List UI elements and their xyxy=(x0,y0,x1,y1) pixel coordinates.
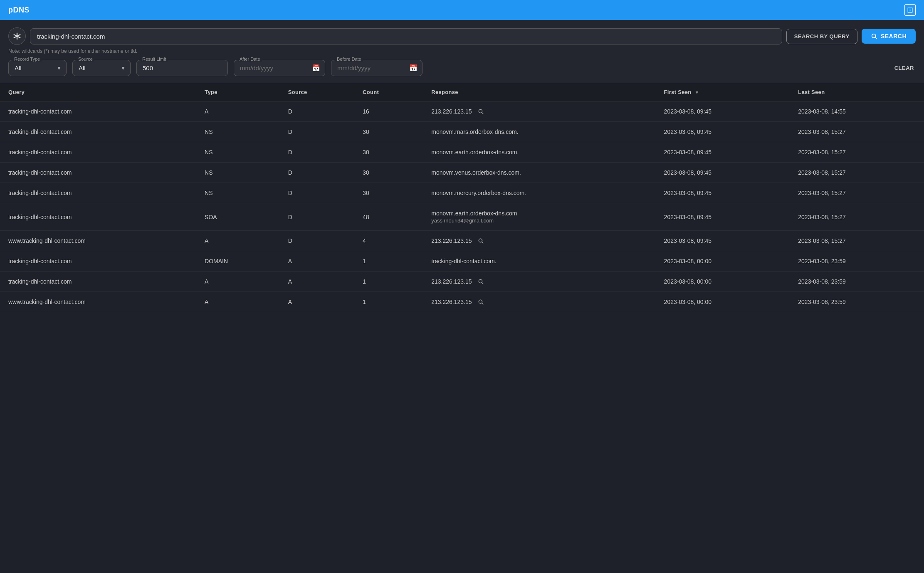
table-row: tracking-dhl-contact.com NS D 30 monovm.… xyxy=(0,163,924,183)
cell-type: NS xyxy=(196,163,280,183)
cell-query: tracking-dhl-contact.com xyxy=(0,251,196,272)
response-search-icon[interactable] xyxy=(478,109,484,114)
search-by-query-button[interactable]: SEARCH BY QUERY xyxy=(786,29,857,44)
app-header: pDNS ⊡ xyxy=(0,0,924,20)
cell-count: 1 xyxy=(354,292,423,312)
asterisk-icon xyxy=(12,32,22,41)
result-limit-input[interactable] xyxy=(136,60,228,76)
response-primary: monovm.mercury.orderbox-dns.com. xyxy=(431,190,526,196)
first-seen-sort-icon: ▼ xyxy=(694,90,699,95)
result-limit-filter: Result Limit xyxy=(136,60,228,76)
cell-count: 16 xyxy=(354,101,423,122)
svg-point-3 xyxy=(16,35,18,37)
response-search-icon[interactable] xyxy=(478,238,484,244)
search-input-wrapper xyxy=(30,28,782,44)
cell-response: 213.226.123.15 xyxy=(423,231,655,251)
cell-response: 213.226.123.15 xyxy=(423,101,655,122)
cell-last-seen: 2023-03-08, 15:27 xyxy=(790,142,924,163)
cell-source: D xyxy=(280,122,354,142)
cell-first-seen: 2023-03-08, 09:45 xyxy=(656,101,790,122)
response-primary: monovm.earth.orderbox-dns.com xyxy=(431,210,517,217)
cell-source: D xyxy=(280,231,354,251)
cell-first-seen: 2023-03-08, 09:45 xyxy=(656,203,790,231)
cell-first-seen: 2023-03-08, 09:45 xyxy=(656,231,790,251)
window-icon[interactable]: ⊡ xyxy=(904,4,916,16)
source-label: Source xyxy=(77,57,94,62)
cell-source: D xyxy=(280,101,354,122)
cell-first-seen: 2023-03-08, 09:45 xyxy=(656,183,790,203)
cell-source: A xyxy=(280,251,354,272)
cell-last-seen: 2023-03-08, 14:55 xyxy=(790,101,924,122)
svg-line-5 xyxy=(875,37,877,39)
cell-response: monovm.venus.orderbox-dns.com. xyxy=(423,163,655,183)
response-primary: monovm.mars.orderbox-dns.com. xyxy=(431,128,518,135)
cell-last-seen: 2023-03-08, 15:27 xyxy=(790,163,924,183)
cell-query: tracking-dhl-contact.com xyxy=(0,101,196,122)
cell-count: 1 xyxy=(354,272,423,292)
cell-type: NS xyxy=(196,183,280,203)
source-select[interactable]: All A D xyxy=(72,60,131,76)
after-date-filter: After Date 📅 xyxy=(234,60,325,76)
table-row: tracking-dhl-contact.com NS D 30 monovm.… xyxy=(0,183,924,203)
table-row: www.tracking-dhl-contact.com A A 1 213.2… xyxy=(0,292,924,312)
cell-last-seen: 2023-03-08, 23:59 xyxy=(790,251,924,272)
wildcard-button[interactable] xyxy=(8,27,26,45)
response-search-icon[interactable] xyxy=(478,279,484,284)
source-filter: Source All A D ▼ xyxy=(72,60,131,76)
cell-response: monovm.earth.orderbox-dns.com. xyxy=(423,142,655,163)
response-primary: tracking-dhl-contact.com. xyxy=(431,258,496,264)
search-input[interactable] xyxy=(30,28,782,44)
cell-type: NS xyxy=(196,142,280,163)
cell-first-seen: 2023-03-08, 00:00 xyxy=(656,272,790,292)
cell-source: D xyxy=(280,183,354,203)
cell-type: A xyxy=(196,101,280,122)
table-row: tracking-dhl-contact.com NS D 30 monovm.… xyxy=(0,142,924,163)
cell-response: tracking-dhl-contact.com. xyxy=(423,251,655,272)
results-table-container: Query Type Source Count Response First S… xyxy=(0,83,924,312)
search-area: SEARCH BY QUERY SEARCH Note: wildcards (… xyxy=(0,20,924,83)
cell-source: D xyxy=(280,142,354,163)
record-type-label: Record Type xyxy=(12,57,42,62)
cell-count: 30 xyxy=(354,163,423,183)
cell-count: 48 xyxy=(354,203,423,231)
app-title: pDNS xyxy=(8,6,30,15)
before-date-input[interactable] xyxy=(331,60,422,76)
table-row: tracking-dhl-contact.com SOA D 48 monovm… xyxy=(0,203,924,231)
table-row: www.tracking-dhl-contact.com A D 4 213.2… xyxy=(0,231,924,251)
clear-button[interactable]: CLEAR xyxy=(893,62,916,74)
response-primary: 213.226.123.15 xyxy=(431,278,472,285)
before-date-label: Before Date xyxy=(335,57,363,62)
svg-line-13 xyxy=(482,303,483,304)
cell-count: 30 xyxy=(354,142,423,163)
cell-query: www.tracking-dhl-contact.com xyxy=(0,231,196,251)
cell-last-seen: 2023-03-08, 15:27 xyxy=(790,203,924,231)
cell-count: 30 xyxy=(354,183,423,203)
cell-query: tracking-dhl-contact.com xyxy=(0,163,196,183)
response-primary: 213.226.123.15 xyxy=(431,108,472,115)
cell-query: tracking-dhl-contact.com xyxy=(0,272,196,292)
cell-response: monovm.mars.orderbox-dns.com. xyxy=(423,122,655,142)
col-response: Response xyxy=(423,83,655,101)
response-search-icon[interactable] xyxy=(478,299,484,305)
cell-source: D xyxy=(280,163,354,183)
cell-source: A xyxy=(280,272,354,292)
table-header: Query Type Source Count Response First S… xyxy=(0,83,924,101)
cell-last-seen: 2023-03-08, 15:27 xyxy=(790,183,924,203)
cell-query: tracking-dhl-contact.com xyxy=(0,142,196,163)
table-row: tracking-dhl-contact.com A A 1 213.226.1… xyxy=(0,272,924,292)
cell-response: 213.226.123.15 xyxy=(423,272,655,292)
cell-count: 4 xyxy=(354,231,423,251)
record-type-select[interactable]: All A NS SOA MX CNAME TXT DOMAIN xyxy=(8,60,67,76)
response-primary: 213.226.123.15 xyxy=(431,237,472,244)
response-secondary: yassirnouri34@gmail.com xyxy=(431,217,517,224)
after-date-input[interactable] xyxy=(234,60,325,76)
cell-last-seen: 2023-03-08, 15:27 xyxy=(790,231,924,251)
search-button[interactable]: SEARCH xyxy=(862,29,916,44)
col-first-seen[interactable]: First Seen ▼ xyxy=(656,83,790,101)
cell-query: tracking-dhl-contact.com xyxy=(0,122,196,142)
cell-type: DOMAIN xyxy=(196,251,280,272)
cell-type: NS xyxy=(196,122,280,142)
cell-first-seen: 2023-03-08, 00:00 xyxy=(656,292,790,312)
cell-response: monovm.mercury.orderbox-dns.com. xyxy=(423,183,655,203)
filters-row: Record Type All A NS SOA MX CNAME TXT DO… xyxy=(8,60,916,76)
